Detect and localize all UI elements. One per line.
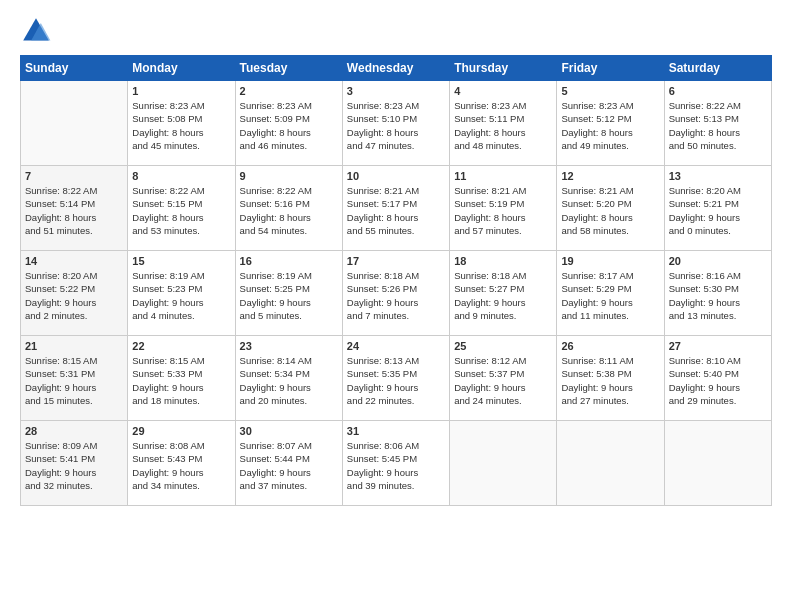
day-number: 24 — [347, 340, 445, 352]
day-cell: 13Sunrise: 8:20 AMSunset: 5:21 PMDayligh… — [664, 166, 771, 251]
day-cell — [664, 421, 771, 506]
weekday-header-friday: Friday — [557, 56, 664, 81]
day-number: 9 — [240, 170, 338, 182]
week-row-4: 21Sunrise: 8:15 AMSunset: 5:31 PMDayligh… — [21, 336, 772, 421]
weekday-header-wednesday: Wednesday — [342, 56, 449, 81]
day-cell: 15Sunrise: 8:19 AMSunset: 5:23 PMDayligh… — [128, 251, 235, 336]
day-cell: 17Sunrise: 8:18 AMSunset: 5:26 PMDayligh… — [342, 251, 449, 336]
day-number: 28 — [25, 425, 123, 437]
day-info: Sunrise: 8:22 AMSunset: 5:16 PMDaylight:… — [240, 184, 338, 237]
day-info: Sunrise: 8:15 AMSunset: 5:31 PMDaylight:… — [25, 354, 123, 407]
day-cell: 20Sunrise: 8:16 AMSunset: 5:30 PMDayligh… — [664, 251, 771, 336]
calendar-table: SundayMondayTuesdayWednesdayThursdayFrid… — [20, 55, 772, 506]
weekday-header-tuesday: Tuesday — [235, 56, 342, 81]
day-info: Sunrise: 8:23 AMSunset: 5:09 PMDaylight:… — [240, 99, 338, 152]
day-cell: 27Sunrise: 8:10 AMSunset: 5:40 PMDayligh… — [664, 336, 771, 421]
day-info: Sunrise: 8:19 AMSunset: 5:25 PMDaylight:… — [240, 269, 338, 322]
day-cell: 14Sunrise: 8:20 AMSunset: 5:22 PMDayligh… — [21, 251, 128, 336]
day-cell: 25Sunrise: 8:12 AMSunset: 5:37 PMDayligh… — [450, 336, 557, 421]
day-info: Sunrise: 8:08 AMSunset: 5:43 PMDaylight:… — [132, 439, 230, 492]
day-info: Sunrise: 8:20 AMSunset: 5:21 PMDaylight:… — [669, 184, 767, 237]
day-info: Sunrise: 8:23 AMSunset: 5:12 PMDaylight:… — [561, 99, 659, 152]
day-info: Sunrise: 8:22 AMSunset: 5:15 PMDaylight:… — [132, 184, 230, 237]
weekday-header-monday: Monday — [128, 56, 235, 81]
day-number: 3 — [347, 85, 445, 97]
day-number: 5 — [561, 85, 659, 97]
day-info: Sunrise: 8:23 AMSunset: 5:11 PMDaylight:… — [454, 99, 552, 152]
day-info: Sunrise: 8:20 AMSunset: 5:22 PMDaylight:… — [25, 269, 123, 322]
day-number: 11 — [454, 170, 552, 182]
day-number: 4 — [454, 85, 552, 97]
weekday-header-saturday: Saturday — [664, 56, 771, 81]
day-cell: 2Sunrise: 8:23 AMSunset: 5:09 PMDaylight… — [235, 81, 342, 166]
day-info: Sunrise: 8:22 AMSunset: 5:13 PMDaylight:… — [669, 99, 767, 152]
day-number: 7 — [25, 170, 123, 182]
day-info: Sunrise: 8:21 AMSunset: 5:17 PMDaylight:… — [347, 184, 445, 237]
week-row-5: 28Sunrise: 8:09 AMSunset: 5:41 PMDayligh… — [21, 421, 772, 506]
day-cell — [21, 81, 128, 166]
day-number: 30 — [240, 425, 338, 437]
day-number: 1 — [132, 85, 230, 97]
day-number: 15 — [132, 255, 230, 267]
day-number: 18 — [454, 255, 552, 267]
day-number: 16 — [240, 255, 338, 267]
day-number: 29 — [132, 425, 230, 437]
day-number: 2 — [240, 85, 338, 97]
day-info: Sunrise: 8:10 AMSunset: 5:40 PMDaylight:… — [669, 354, 767, 407]
day-number: 17 — [347, 255, 445, 267]
day-cell — [450, 421, 557, 506]
day-cell: 28Sunrise: 8:09 AMSunset: 5:41 PMDayligh… — [21, 421, 128, 506]
day-info: Sunrise: 8:22 AMSunset: 5:14 PMDaylight:… — [25, 184, 123, 237]
day-cell: 1Sunrise: 8:23 AMSunset: 5:08 PMDaylight… — [128, 81, 235, 166]
week-row-2: 7Sunrise: 8:22 AMSunset: 5:14 PMDaylight… — [21, 166, 772, 251]
day-cell: 4Sunrise: 8:23 AMSunset: 5:11 PMDaylight… — [450, 81, 557, 166]
day-info: Sunrise: 8:06 AMSunset: 5:45 PMDaylight:… — [347, 439, 445, 492]
day-cell: 23Sunrise: 8:14 AMSunset: 5:34 PMDayligh… — [235, 336, 342, 421]
weekday-header-sunday: Sunday — [21, 56, 128, 81]
day-cell: 16Sunrise: 8:19 AMSunset: 5:25 PMDayligh… — [235, 251, 342, 336]
day-info: Sunrise: 8:18 AMSunset: 5:27 PMDaylight:… — [454, 269, 552, 322]
day-cell: 11Sunrise: 8:21 AMSunset: 5:19 PMDayligh… — [450, 166, 557, 251]
day-number: 27 — [669, 340, 767, 352]
day-number: 20 — [669, 255, 767, 267]
day-number: 14 — [25, 255, 123, 267]
day-cell: 7Sunrise: 8:22 AMSunset: 5:14 PMDaylight… — [21, 166, 128, 251]
day-info: Sunrise: 8:07 AMSunset: 5:44 PMDaylight:… — [240, 439, 338, 492]
day-info: Sunrise: 8:23 AMSunset: 5:10 PMDaylight:… — [347, 99, 445, 152]
day-info: Sunrise: 8:19 AMSunset: 5:23 PMDaylight:… — [132, 269, 230, 322]
weekday-header-thursday: Thursday — [450, 56, 557, 81]
day-cell: 9Sunrise: 8:22 AMSunset: 5:16 PMDaylight… — [235, 166, 342, 251]
day-cell: 21Sunrise: 8:15 AMSunset: 5:31 PMDayligh… — [21, 336, 128, 421]
day-cell: 19Sunrise: 8:17 AMSunset: 5:29 PMDayligh… — [557, 251, 664, 336]
day-info: Sunrise: 8:21 AMSunset: 5:19 PMDaylight:… — [454, 184, 552, 237]
day-cell: 5Sunrise: 8:23 AMSunset: 5:12 PMDaylight… — [557, 81, 664, 166]
day-info: Sunrise: 8:14 AMSunset: 5:34 PMDaylight:… — [240, 354, 338, 407]
day-cell: 6Sunrise: 8:22 AMSunset: 5:13 PMDaylight… — [664, 81, 771, 166]
day-number: 10 — [347, 170, 445, 182]
day-number: 21 — [25, 340, 123, 352]
day-cell: 30Sunrise: 8:07 AMSunset: 5:44 PMDayligh… — [235, 421, 342, 506]
day-number: 26 — [561, 340, 659, 352]
day-cell: 31Sunrise: 8:06 AMSunset: 5:45 PMDayligh… — [342, 421, 449, 506]
day-cell: 29Sunrise: 8:08 AMSunset: 5:43 PMDayligh… — [128, 421, 235, 506]
day-number: 23 — [240, 340, 338, 352]
day-number: 19 — [561, 255, 659, 267]
header — [20, 15, 772, 47]
day-cell: 24Sunrise: 8:13 AMSunset: 5:35 PMDayligh… — [342, 336, 449, 421]
day-info: Sunrise: 8:09 AMSunset: 5:41 PMDaylight:… — [25, 439, 123, 492]
day-info: Sunrise: 8:17 AMSunset: 5:29 PMDaylight:… — [561, 269, 659, 322]
day-info: Sunrise: 8:23 AMSunset: 5:08 PMDaylight:… — [132, 99, 230, 152]
day-cell: 12Sunrise: 8:21 AMSunset: 5:20 PMDayligh… — [557, 166, 664, 251]
day-cell: 3Sunrise: 8:23 AMSunset: 5:10 PMDaylight… — [342, 81, 449, 166]
day-number: 13 — [669, 170, 767, 182]
day-number: 25 — [454, 340, 552, 352]
logo — [20, 15, 56, 47]
day-number: 31 — [347, 425, 445, 437]
day-number: 8 — [132, 170, 230, 182]
logo-icon — [20, 15, 52, 47]
day-cell — [557, 421, 664, 506]
day-cell: 22Sunrise: 8:15 AMSunset: 5:33 PMDayligh… — [128, 336, 235, 421]
day-cell: 26Sunrise: 8:11 AMSunset: 5:38 PMDayligh… — [557, 336, 664, 421]
weekday-header-row: SundayMondayTuesdayWednesdayThursdayFrid… — [21, 56, 772, 81]
page: SundayMondayTuesdayWednesdayThursdayFrid… — [0, 0, 792, 612]
